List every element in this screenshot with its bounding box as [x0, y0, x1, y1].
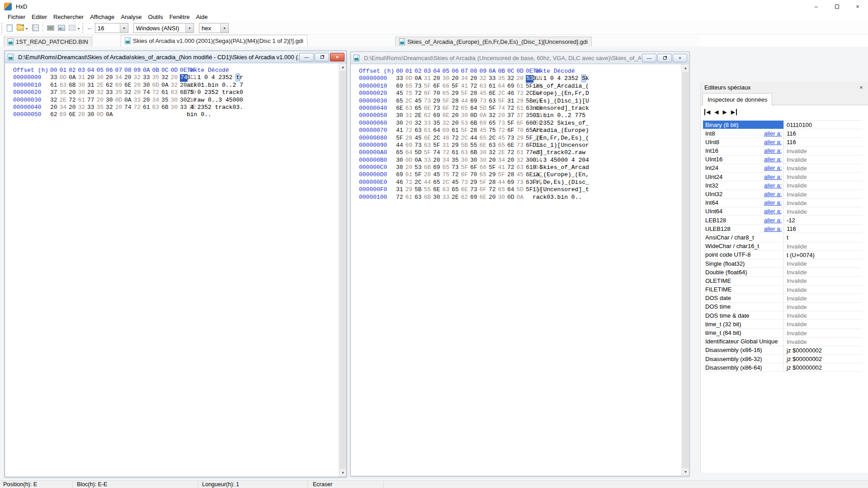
hex-byte[interactable]: 64 [470, 105, 480, 112]
hex-byte[interactable]: 72 [507, 149, 517, 156]
hex-byte[interactable]: 20 [69, 89, 78, 96]
hex-byte[interactable]: 35 [161, 97, 171, 104]
inspector-row[interactable]: Int8aller a:116 [703, 129, 862, 138]
hex-window-right-title-bar[interactable]: D:\Emul\Roms\Dreamcast\Skies of Arcadia … [351, 52, 689, 64]
hex-byte[interactable]: 2C [433, 135, 443, 142]
goto-link[interactable]: aller a: [764, 164, 782, 172]
hex-byte[interactable]: 20 [69, 104, 78, 111]
minimize-button[interactable]: – [806, 0, 826, 13]
hex-byte[interactable]: 33 [50, 74, 60, 81]
inspector-row[interactable]: Int16aller a:Invalide [703, 147, 862, 155]
hex-byte[interactable]: 5F [452, 83, 461, 90]
inspector-value[interactable]: Invalide [783, 164, 862, 172]
open-dropdown-caret-icon[interactable]: ▾ [26, 27, 28, 31]
hex-byte[interactable]: 20 [406, 164, 415, 171]
inspector-type-cell[interactable]: Int8aller a: [703, 129, 783, 137]
decoded-text[interactable]: 0..3 45000 4 204 [533, 157, 589, 164]
inspector-value[interactable]: Invalide [783, 181, 862, 189]
hex-byte[interactable]: 72 [406, 179, 415, 186]
hex-byte[interactable]: 28 [470, 90, 480, 97]
decoded-text[interactable]: 3..1 0 4 2352 tr [187, 74, 243, 81]
hex-byte[interactable]: 32 [124, 89, 134, 96]
hex-byte[interactable]: 72 [415, 90, 424, 97]
hex-byte[interactable]: 5F [424, 83, 434, 90]
hex-byte[interactable]: 61 [452, 149, 461, 156]
hex-byte[interactable]: 62 [106, 82, 115, 89]
inspector-value[interactable]: Invalide [783, 242, 862, 250]
hex-byte[interactable]: 5D [517, 186, 526, 193]
decoded-text[interactable]: Arcadia_(Europe) [533, 127, 589, 134]
hex-byte[interactable]: 64 [507, 186, 517, 193]
hex-byte[interactable]: 61 [489, 83, 498, 90]
inspector-value[interactable]: Invalide [783, 338, 862, 346]
hex-byte[interactable]: 69 [433, 112, 443, 119]
nav-last-icon[interactable]: ▶ [731, 109, 737, 115]
inspector-type-cell[interactable]: UInt64aller a: [703, 207, 783, 216]
hex-bytes[interactable]: 330D0A3120302034203233353220536B [396, 75, 544, 82]
scroll-up-icon[interactable]: ▲ [682, 64, 689, 72]
hex-row[interactable]: 000000A065645D5F747261636B30322E72617720… [351, 149, 681, 156]
scroll-up-icon[interactable]: ▲ [339, 63, 346, 71]
hex-byte[interactable]: 20 [124, 74, 134, 81]
hex-byte[interactable]: 72 [498, 127, 508, 134]
inspector-type-cell[interactable]: Int32aller a: [703, 181, 783, 189]
inspector-value[interactable]: Invalide [783, 320, 862, 328]
hex-byte[interactable]: 20 [87, 74, 97, 81]
hex-byte[interactable]: 6B [161, 104, 171, 111]
hex-byte[interactable]: 61 [452, 127, 461, 134]
hex-byte[interactable]: 20 [452, 120, 461, 127]
hex-byte[interactable]: 32 [106, 104, 115, 111]
hex-byte[interactable]: 32 [415, 120, 424, 127]
hex-byte[interactable]: 30 [461, 112, 471, 119]
hex-byte[interactable]: 30 [396, 112, 406, 119]
hex-byte[interactable]: 65 [498, 142, 508, 149]
hex-byte[interactable]: 5F [433, 142, 443, 149]
hex-byte[interactable]: 30 [480, 157, 489, 164]
hex-bytes[interactable]: 4575726F7065295F28456E2C46722C44 [396, 90, 544, 97]
hex-byte[interactable]: 35 [60, 89, 69, 96]
hex-byte[interactable]: 64 [498, 83, 508, 90]
hex-byte[interactable]: 37 [50, 89, 60, 96]
hex-byte[interactable]: 5F [480, 179, 489, 186]
hex-byte[interactable]: 30 [443, 75, 452, 82]
hex-bytes[interactable]: 417263616469615F284575726F706529 [396, 127, 544, 134]
inspector-value[interactable]: 01110100 [783, 121, 862, 129]
hex-byte[interactable]: 5F [507, 120, 517, 127]
hex-byte[interactable]: 5B [415, 186, 424, 193]
hex-byte[interactable]: 6F [443, 105, 452, 112]
scrollbar-thumb[interactable] [340, 71, 346, 469]
hex-byte[interactable]: 0D [97, 111, 106, 118]
hex-byte[interactable]: 73 [433, 105, 443, 112]
hex-byte[interactable]: 6B [470, 149, 480, 156]
inspector-type-cell[interactable]: OLETIME [703, 277, 783, 285]
inspector-row[interactable]: DOS dateInvalide [703, 294, 862, 303]
nav-previous-icon[interactable]: ◀ [714, 109, 718, 115]
hex-byte[interactable]: 72 [517, 90, 526, 97]
hex-byte[interactable]: 29 [406, 186, 415, 193]
scroll-down-icon[interactable]: ▼ [339, 469, 346, 477]
hex-byte[interactable]: 61 [78, 97, 88, 104]
hex-byte[interactable]: 72 [406, 127, 415, 134]
inspector-row[interactable]: UInt32aller a:Invalide [703, 190, 862, 199]
goto-link[interactable]: aller a: [764, 155, 782, 164]
maximize-button[interactable] [826, 0, 847, 13]
hex-byte[interactable]: 63 [415, 194, 424, 201]
hex-byte[interactable]: 20 [433, 75, 443, 82]
inspector-value[interactable]: t [783, 233, 862, 241]
hex-byte[interactable]: 65 [480, 135, 489, 142]
hex-byte[interactable]: 20 [171, 74, 180, 81]
hex-row[interactable]: 00000000330D0A31203020342032333532207472… [5, 74, 339, 81]
mdi-minimize-button[interactable]: — [299, 53, 314, 61]
decoded-text[interactable]: 2.raw 0..3 45000 [187, 97, 243, 104]
hex-byte[interactable]: 20 [50, 104, 60, 111]
hex-byte[interactable]: 6E [489, 90, 498, 97]
inspector-value[interactable]: Invalide [783, 155, 862, 164]
hex-byte[interactable]: 61 [517, 149, 526, 156]
hex-byte[interactable]: 2C [489, 135, 498, 142]
inspector-row[interactable]: ULEB128aller a:116 [703, 225, 862, 233]
hex-byte[interactable]: 32 [489, 112, 498, 119]
hex-byte[interactable]: 46 [443, 135, 452, 142]
goto-link[interactable]: aller a: [764, 181, 782, 190]
hex-byte[interactable]: 53 [415, 164, 424, 171]
decoded-text[interactable]: 1)[Uncensored]_t [533, 186, 589, 193]
